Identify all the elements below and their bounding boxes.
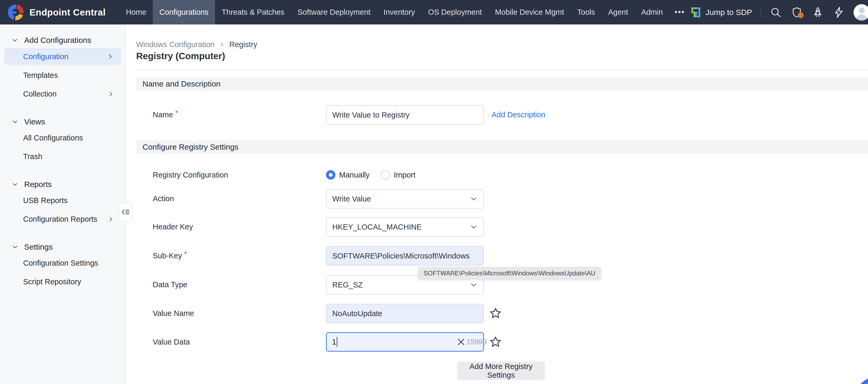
text-caret	[337, 337, 337, 347]
sidebar-section-reports: Reports USB Reports Configuration Report…	[0, 178, 125, 229]
add-description-link[interactable]: Add Description	[492, 105, 546, 124]
action-select[interactable]: Write Value	[326, 189, 484, 209]
sidebar-header-add-configurations[interactable]: Add Configurations	[0, 33, 125, 47]
chevron-down-icon	[11, 37, 19, 44]
chevron-right-icon	[107, 53, 114, 60]
search-icon[interactable]	[769, 6, 782, 19]
sidebar-header-reports[interactable]: Reports	[0, 178, 125, 191]
chevron-right-icon	[107, 91, 114, 97]
subkey-input[interactable]	[326, 246, 484, 266]
endpoint-central-app: Endpoint Central Home Configurations Thr…	[0, 0, 868, 384]
registry-configuration-radio-group: Manually Import	[326, 166, 415, 184]
name-input[interactable]	[326, 105, 484, 125]
section-header-configure-registry-settings: Configure Registry Settings	[136, 140, 868, 154]
jump-to-sdp-link[interactable]: Jump to SDP	[690, 7, 752, 18]
security-shield-icon[interactable]	[790, 6, 803, 19]
chevron-down-icon	[470, 281, 478, 289]
chevron-down-icon	[11, 243, 19, 250]
flash-icon[interactable]	[833, 6, 845, 19]
sidebar-item-trash[interactable]: Trash	[0, 147, 125, 166]
alert-badge	[798, 12, 804, 18]
value-data-label: Value Data	[153, 332, 190, 351]
sidebar-item-usb-reports[interactable]: USB Reports	[0, 191, 125, 210]
topbar-actions: Jump to SDP	[690, 0, 868, 25]
nav-home[interactable]: Home	[119, 0, 153, 25]
nav-tools[interactable]: Tools	[571, 0, 602, 25]
favorite-star-icon[interactable]	[490, 336, 501, 348]
nav-more-ellipsis[interactable]: •••	[670, 0, 690, 25]
sidebar-section-add-configurations: Add Configurations Configuration Templat…	[0, 33, 125, 104]
nav-threats-patches[interactable]: Threats & Patches	[215, 0, 291, 25]
chevron-down-icon	[470, 223, 478, 231]
value-data-input[interactable]: 1 15999	[326, 332, 484, 352]
value-name-input[interactable]	[326, 304, 484, 323]
subkey-label: Sub-Key*	[153, 246, 187, 265]
radio-manually[interactable]: Manually	[326, 170, 370, 180]
chevron-down-icon	[11, 181, 19, 188]
top-navigation-bar: Endpoint Central Home Configurations Thr…	[0, 0, 868, 25]
header-key-label: Header Key	[153, 217, 193, 236]
rocket-icon[interactable]	[811, 6, 824, 19]
sidebar-item-script-repository[interactable]: Script Repository	[0, 272, 125, 291]
add-more-registry-settings-button[interactable]: Add More Registry Settings	[457, 362, 545, 380]
favorite-star-icon[interactable]	[490, 307, 501, 319]
brand: Endpoint Central	[0, 0, 119, 25]
sidebar-collapse-button[interactable]	[119, 203, 132, 221]
nav-mobile-device-mgmt[interactable]: Mobile Device Mgmt	[488, 0, 571, 25]
nav-configurations[interactable]: Configurations	[153, 0, 215, 25]
name-label: Name*	[153, 105, 178, 124]
sidebar-item-configuration[interactable]: Configuration	[4, 48, 121, 65]
registry-configuration-label: Registry Configuration	[153, 166, 228, 184]
data-type-label: Data Type	[153, 275, 187, 294]
subkey-tooltip: SOFTWARE\Policies\Microsoft\Windows\Wind…	[418, 267, 601, 279]
section-header-name-description: Name and Description	[136, 77, 868, 91]
page-title: Registry (Computer)	[136, 51, 225, 61]
divider	[136, 70, 868, 70]
sidebar-section-views: Views All Configurations Trash	[0, 115, 125, 166]
sidebar-item-templates[interactable]: Templates	[0, 66, 125, 85]
breadcrumb-registry: Registry	[229, 40, 257, 49]
sidebar-item-all-configurations[interactable]: All Configurations	[0, 128, 125, 147]
action-label: Action	[153, 189, 174, 208]
chevron-down-icon	[11, 118, 19, 125]
brand-title: Endpoint Central	[29, 7, 106, 18]
sidebar-item-collection[interactable]: Collection	[0, 85, 125, 104]
sidebar-header-settings[interactable]: Settings	[0, 240, 125, 254]
header-key-select[interactable]: HKEY_LOCAL_MACHINE	[326, 217, 484, 237]
nav-os-deployment[interactable]: OS Deployment	[422, 0, 488, 25]
required-asterisk: *	[184, 250, 187, 258]
value-name-label: Value Name	[153, 304, 194, 323]
endpoint-central-logo-icon	[8, 4, 24, 20]
nav-inventory[interactable]: Inventory	[377, 0, 422, 25]
nav-agent[interactable]: Agent	[602, 0, 635, 25]
char-counter: 15999	[466, 338, 487, 346]
nav-software-deployment[interactable]: Software Deployment	[291, 0, 377, 25]
nav-admin[interactable]: Admin	[634, 0, 669, 25]
main-content: Windows Configuration Registry Registry …	[126, 25, 868, 384]
sdp-logo-icon	[690, 7, 701, 18]
jump-to-sdp-label: Jump to SDP	[706, 8, 752, 17]
sidebar: Add Configurations Configuration Templat…	[0, 25, 126, 384]
primary-nav: Home Configurations Threats & Patches So…	[119, 0, 690, 25]
breadcrumb-windows-configuration[interactable]: Windows Configuration	[136, 40, 215, 49]
breadcrumb: Windows Configuration Registry	[136, 38, 257, 51]
sidebar-item-configuration-settings[interactable]: Configuration Settings	[0, 254, 125, 272]
topbar-divider	[761, 7, 761, 18]
user-avatar[interactable]	[854, 4, 868, 21]
required-asterisk: *	[175, 109, 178, 117]
sidebar-item-configuration-reports[interactable]: Configuration Reports	[0, 210, 125, 229]
chevron-down-icon	[470, 195, 478, 203]
sidebar-section-settings: Settings Configuration Settings Script R…	[0, 240, 125, 291]
clear-icon[interactable]	[456, 337, 466, 347]
chevron-right-icon	[107, 216, 114, 223]
radio-unselected-icon	[381, 170, 390, 180]
sidebar-header-views[interactable]: Views	[0, 115, 125, 128]
radio-selected-icon	[326, 170, 335, 180]
collapse-sidebar-icon	[121, 208, 130, 216]
radio-import[interactable]: Import	[381, 170, 415, 180]
chevron-right-icon	[219, 41, 225, 48]
